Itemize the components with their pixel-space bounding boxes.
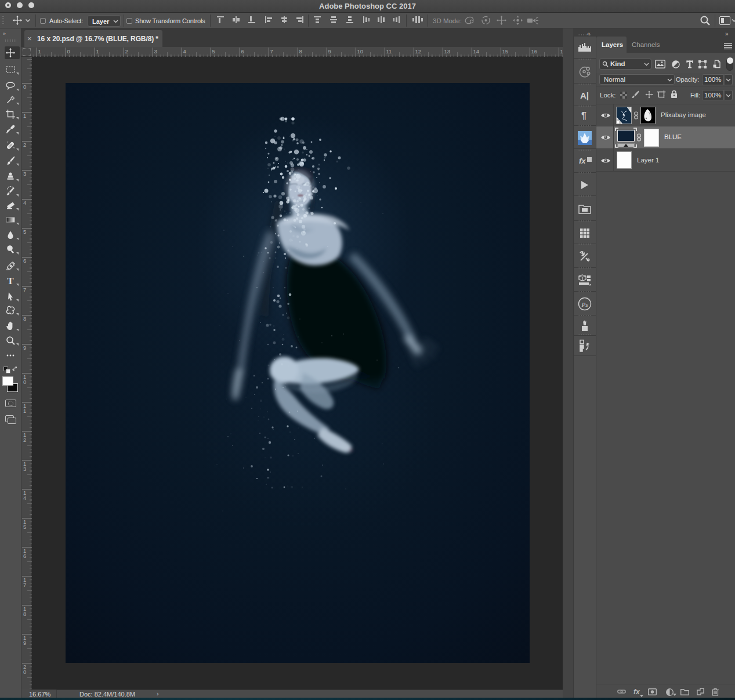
svg-text:T: T bbox=[7, 275, 14, 286]
svg-text:Ps: Ps bbox=[581, 301, 588, 308]
